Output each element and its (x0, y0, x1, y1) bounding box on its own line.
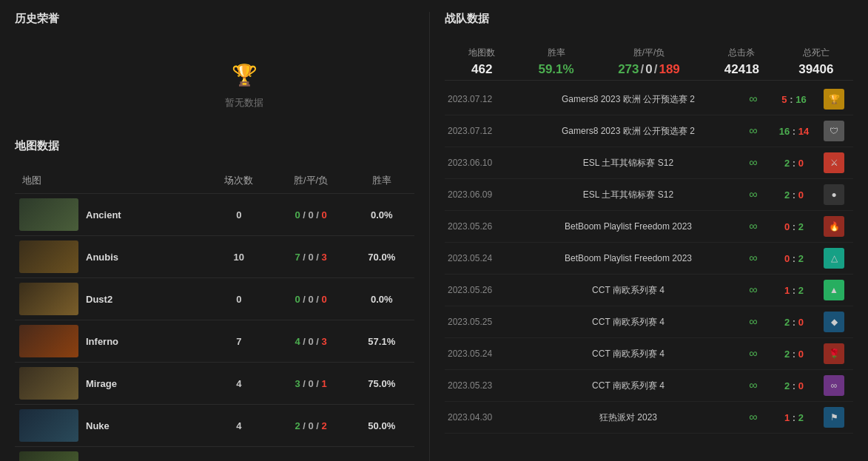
match-score: 16 : 14 (764, 126, 824, 137)
map-table-row: Anubis 107 / 0 / 370.0% (15, 236, 414, 278)
map-thumbnail (19, 283, 78, 315)
match-tournament: Gamers8 2023 欧洲 公开预选赛 2 (514, 125, 742, 138)
map-name: Nuke (86, 420, 110, 431)
map-thumbnail (19, 198, 78, 231)
map-winrate: 0.0% (349, 278, 414, 320)
wlt-l: 189 (659, 62, 679, 77)
deaths-value: 39406 (798, 62, 833, 77)
match-infinity-icon: ∞ (742, 220, 764, 233)
match-row[interactable]: 2023.06.10 ESL 土耳其锦标赛 S12 ∞ 2 : 0 ⚔ (445, 147, 853, 179)
match-row[interactable]: 2023.05.24 BetBoom Playlist Freedom 2023… (445, 243, 853, 275)
match-logo: 🏆 (824, 89, 844, 110)
map-winrate: 57.1% (349, 320, 414, 363)
map-bg (19, 409, 78, 442)
match-date: 2023.06.10 (448, 158, 514, 168)
history-title: 历史荣誉 (15, 12, 414, 30)
map-table-row: Mirage 43 / 0 / 175.0% (15, 363, 414, 405)
match-date: 2023.05.26 (448, 221, 514, 232)
match-row[interactable]: 2023.04.30 狂热派对 2023 ∞ 1 : 2 ⚑ (445, 402, 853, 434)
match-score: 2 : 0 (764, 380, 824, 391)
map-winrate: 0.0% (349, 194, 414, 236)
match-logo: △ (824, 248, 844, 269)
map-table-row: Ancient 00 / 0 / 00.0% (15, 194, 414, 236)
matches-container: 2023.07.12 Gamers8 2023 欧洲 公开预选赛 2 ∞ 5 :… (445, 84, 853, 434)
match-row[interactable]: 2023.07.12 Gamers8 2023 欧洲 公开预选赛 2 ∞ 5 :… (445, 84, 853, 115)
map-winrate: 75.0% (349, 363, 414, 405)
match-tournament: ESL 土耳其锦标赛 S12 (514, 157, 742, 169)
match-infinity-icon: ∞ (742, 315, 764, 329)
map-cell: Mirage (15, 363, 205, 405)
map-winrate: 50.0% (349, 405, 414, 447)
match-infinity-icon: ∞ (742, 379, 764, 392)
match-score: 0 : 2 (764, 253, 824, 264)
match-score: 0 : 2 (764, 221, 824, 232)
match-score: 1 : 2 (764, 412, 824, 423)
match-infinity-icon: ∞ (742, 411, 764, 424)
map-name: Mirage (86, 378, 117, 389)
map-bg (19, 451, 78, 461)
match-date: 2023.05.23 (448, 380, 514, 391)
match-date: 2023.05.24 (448, 349, 514, 359)
match-row[interactable]: 2023.07.12 Gamers8 2023 欧洲 公开预选赛 2 ∞ 16 … (445, 115, 853, 147)
map-table-row: Inferno 74 / 0 / 357.1% (15, 320, 414, 363)
map-winrate: 66.7% (349, 447, 414, 462)
match-date: 2023.05.26 (448, 285, 514, 295)
match-score: 2 : 0 (764, 349, 824, 360)
match-tournament: ESL 土耳其锦标赛 S12 (514, 189, 742, 201)
map-cell: Nuke (15, 405, 205, 447)
match-score: 2 : 0 (764, 158, 824, 169)
map-name: Ancient (86, 209, 121, 221)
stat-deaths: 总死亡 39406 (779, 47, 853, 77)
map-table-row: Nuke 42 / 0 / 250.0% (15, 405, 414, 447)
match-tournament: Gamers8 2023 欧洲 公开预选赛 2 (514, 93, 742, 106)
map-wlt: 2 / 0 / 1 (273, 447, 349, 462)
map-wlt: 7 / 0 / 3 (273, 236, 349, 278)
map-cell: Anubis (15, 236, 205, 278)
wlt-w: 273 (618, 62, 639, 77)
match-row[interactable]: 2023.05.25 CCT 南欧系列赛 4 ∞ 2 : 0 ◆ (445, 306, 853, 338)
match-score: 2 : 0 (764, 317, 824, 328)
match-row[interactable]: 2023.05.26 BetBoom Playlist Freedom 2023… (445, 211, 853, 243)
col-map: 地图 (15, 168, 205, 194)
stat-maps: 地图数 462 (445, 47, 519, 77)
winrate-value: 59.1% (538, 62, 573, 77)
stat-winrate: 胜率 59.1% (519, 47, 593, 77)
maps-value: 462 (471, 62, 492, 77)
map-name: Dust2 (86, 294, 112, 305)
team-stats-header: 地图数 462 胜率 59.1% 胜/平/负 273 / 0 / 189 总击杀… (445, 41, 853, 81)
match-date: 2023.04.30 (448, 412, 514, 423)
match-row[interactable]: 2023.05.24 CCT 南欧系列赛 4 ∞ 2 : 0 🌹 (445, 338, 853, 370)
maps-label: 地图数 (468, 47, 495, 59)
deaths-label: 总死亡 (803, 47, 830, 59)
match-infinity-icon: ∞ (742, 124, 764, 138)
map-winrate: 70.0% (349, 236, 414, 278)
map-name: Inferno (86, 336, 118, 347)
map-thumbnail (19, 367, 78, 400)
match-row[interactable]: 2023.05.23 CCT 南欧系列赛 4 ∞ 2 : 0 ∞ (445, 370, 853, 402)
kills-value: 42418 (724, 62, 759, 77)
match-logo: 🔥 (824, 216, 844, 237)
stat-kills: 总击杀 42418 (704, 47, 778, 77)
match-logo: ∞ (824, 375, 844, 396)
no-data-text: 暂无数据 (225, 96, 263, 110)
match-date: 2023.07.12 (448, 94, 514, 104)
map-wlt: 0 / 0 / 0 (273, 278, 349, 320)
match-tournament: CCT 南欧系列赛 4 (514, 380, 742, 392)
map-games: 0 (205, 278, 273, 320)
match-infinity-icon: ∞ (742, 283, 764, 297)
map-games: 7 (205, 320, 273, 363)
match-infinity-icon: ∞ (742, 92, 764, 106)
no-data-section: 🏆 暂无数据 (15, 41, 414, 132)
match-date: 2023.06.09 (448, 189, 514, 200)
match-tournament: 狂热派对 2023 (514, 411, 742, 424)
map-games: 0 (205, 194, 273, 236)
match-logo: ● (824, 184, 844, 205)
match-row[interactable]: 2023.06.09 ESL 土耳其锦标赛 S12 ∞ 2 : 0 ● (445, 179, 853, 211)
match-row[interactable]: 2023.05.26 CCT 南欧系列赛 4 ∞ 1 : 2 ▲ (445, 275, 853, 306)
map-cell: Dust2 (15, 278, 205, 320)
map-bg (19, 367, 78, 400)
left-panel: 历史荣誉 🏆 暂无数据 地图数据 地图 场次数 胜/平/负 胜率 (0, 12, 429, 461)
match-logo: ▲ (824, 280, 844, 300)
map-bg (19, 240, 78, 273)
match-tournament: BetBoom Playlist Freedom 2023 (514, 221, 742, 232)
